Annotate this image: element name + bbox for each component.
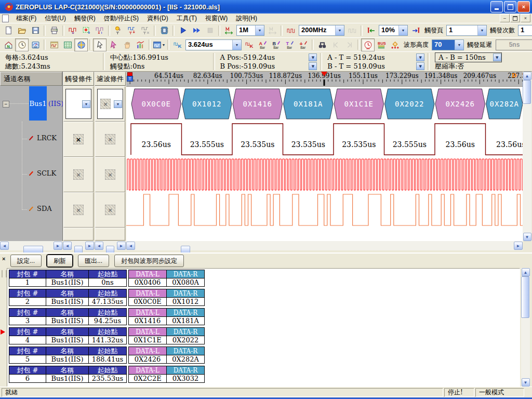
apply-trigger-position-button[interactable] — [409, 24, 422, 37]
packet-group-6[interactable]: 封包 #名稱起始點DATA-LDATA-R6Bus1(IIS)235.53us0… — [9, 366, 520, 383]
memory-depth-combo[interactable]: 1M▼ — [236, 25, 264, 36]
menu-item-1[interactable]: 信號(U) — [41, 14, 70, 22]
packet-group-4[interactable]: 封包 #名稱起始點DATA-LDATA-R4Bus1(IIS)141.32us0… — [9, 327, 520, 344]
statistics-window-button[interactable] — [134, 38, 147, 51]
pulse-time-button[interactable] — [361, 38, 375, 51]
scroll-right-icon[interactable]: ► — [117, 242, 126, 250]
chevron-down-icon[interactable]: ▼ — [416, 54, 424, 61]
dont-care-icon[interactable]: × — [73, 169, 84, 180]
panel-close-button[interactable]: × — [2, 256, 5, 262]
sampling-view-button[interactable] — [79, 24, 93, 37]
horizontal-scrollbar[interactable]: ◄► — [95, 241, 126, 250]
open-file-button[interactable] — [15, 24, 29, 37]
menu-item-4[interactable]: 資料(D) — [143, 14, 172, 22]
scroll-left-icon[interactable]: ◄ — [63, 242, 72, 250]
trigger-cell-1[interactable]: × — [63, 122, 94, 157]
memory-depth-button[interactable] — [222, 24, 235, 37]
node-branch-button[interactable] — [388, 38, 402, 51]
add-bar-button[interactable]: +Bar — [297, 38, 310, 51]
packet-group-1[interactable]: 封包 #名稱起始點DATA-LDATA-R1Bus1(IIS)0ns0X0406… — [9, 270, 520, 287]
zoom-reset-button[interactable]: K — [243, 38, 256, 51]
a-bar-button[interactable]: ABar — [256, 38, 270, 51]
trigger-cell-3[interactable]: × — [63, 192, 94, 228]
horizontal-scrollbar[interactable]: ◄► — [0, 241, 62, 250]
scroll-down-icon[interactable]: ▼ — [522, 378, 530, 387]
mdi-restore-button[interactable] — [510, 14, 520, 22]
trigger-pulse-button[interactable] — [125, 24, 139, 37]
trigger-cell-0[interactable]: ▼ — [63, 86, 94, 122]
time-ruler[interactable]: 64.514us82.634us100.753us118.872us136.99… — [126, 72, 523, 87]
chevron-down-icon[interactable]: ▼ — [255, 25, 264, 35]
scroll-up-icon[interactable]: ▲ — [522, 268, 530, 276]
frequency-display-button[interactable]: Hz — [29, 38, 42, 51]
menu-item-2[interactable]: 觸發(R) — [70, 14, 100, 22]
menu-item-0[interactable]: 檔案(F) — [12, 14, 41, 22]
sampling-setup-button[interactable] — [66, 24, 79, 37]
channel-bus1[interactable]: Bus1 — [29, 86, 47, 121]
vertical-scrollbar[interactable]: ▲▼ — [523, 72, 531, 241]
packet-wave-sync-button[interactable]: 封包與波形同步設定 — [114, 255, 184, 267]
chevron-down-icon[interactable]: ▼ — [416, 62, 424, 70]
filter-cell-2[interactable]: × — [95, 157, 125, 192]
d-bar-marker[interactable]: D — [512, 72, 517, 79]
packet-group-3[interactable]: 封包 #名稱起始點DATA-LDATA-R3Bus1(IIS)94.25us0X… — [9, 308, 520, 325]
dont-care-icon[interactable]: × — [73, 205, 84, 215]
close-button[interactable]: × — [517, 1, 530, 12]
center-marker-icon[interactable] — [321, 72, 327, 76]
restore-button[interactable] — [504, 1, 516, 12]
chevron-down-icon[interactable]: ▼ — [335, 25, 344, 35]
filter-cell-1[interactable]: × — [95, 122, 125, 157]
navigator-window-button[interactable] — [74, 38, 88, 51]
waveform-window-button[interactable] — [47, 38, 61, 51]
trigger-page-combo[interactable]: 1▼ — [446, 25, 487, 36]
b-bar-button[interactable]: BBar — [270, 38, 283, 51]
panel-resize-handle[interactable] — [2, 270, 7, 277]
chevron-down-icon[interactable]: ▼ — [232, 40, 241, 50]
trigger-bus-select[interactable]: ▼ — [65, 89, 91, 119]
scroll-right-icon[interactable]: ► — [85, 242, 94, 250]
run-button[interactable] — [176, 24, 190, 37]
bus-module-button[interactable] — [157, 24, 171, 37]
scroll-left-icon[interactable]: ◄ — [0, 242, 9, 250]
minimize-button[interactable] — [490, 1, 503, 12]
repeated-run-button[interactable] — [190, 24, 203, 37]
zoom-scale-button[interactable]: K — [171, 38, 184, 51]
scrollbar-thumb[interactable] — [523, 80, 531, 104]
zoom-scale-combo[interactable]: 3.624us▼ — [185, 39, 242, 50]
new-file-button[interactable] — [2, 24, 15, 37]
chevron-down-icon[interactable]: ▼ — [455, 40, 463, 50]
channel-sda[interactable]: SDA — [28, 205, 52, 212]
chevron-down-icon[interactable]: ▼ — [82, 100, 90, 108]
t-bar-flag-icon[interactable]: T — [127, 76, 133, 82]
hand-tool-button[interactable] — [120, 38, 134, 51]
chevron-down-icon[interactable]: ▼ — [493, 54, 501, 61]
menu-item-7[interactable]: 說明(H) — [232, 14, 261, 22]
tree-expander[interactable]: − — [3, 101, 9, 108]
scroll-down-icon[interactable]: ▼ — [523, 233, 531, 241]
mdi-close-button[interactable]: × — [521, 14, 530, 22]
channel-lrck[interactable]: LRCK — [28, 134, 57, 142]
trigger-cell-2[interactable]: × — [63, 157, 94, 192]
trigger-reset-button[interactable] — [139, 24, 152, 37]
signal-edit-button[interactable] — [93, 24, 107, 37]
chevron-down-icon[interactable]: ▼ — [309, 62, 317, 70]
dont-care-icon[interactable]: × — [105, 134, 115, 144]
menu-item-5[interactable]: 工具(T) — [172, 14, 201, 22]
menu-item-6[interactable]: 視窗(W) — [201, 14, 232, 22]
title-bar[interactable]: ZEROPLUS LAP-C(321000)(S/N:00000000001) … — [0, 0, 532, 14]
scrollbar-track[interactable] — [521, 276, 530, 378]
home-view-button[interactable]: N — [2, 38, 15, 51]
scroll-left-icon[interactable]: ◄ — [95, 242, 103, 250]
waveform-canvas[interactable]: 64.514us82.634us100.753us118.872us136.99… — [126, 72, 523, 241]
channel-sclk[interactable]: SCLK — [28, 169, 56, 177]
save-file-button[interactable] — [29, 24, 42, 37]
waveform-mode-button[interactable]: ▼ — [152, 38, 166, 51]
dont-care-icon[interactable]: × — [105, 169, 115, 180]
chevron-down-icon[interactable]: ▼ — [398, 25, 407, 35]
packet-vertical-scrollbar[interactable]: ▲▼ — [521, 268, 530, 387]
trigger-position-combo[interactable]: 10%▼ — [379, 25, 408, 36]
horizontal-scrollbar[interactable]: ◄► — [63, 241, 94, 250]
filter-cell-3[interactable]: × — [95, 192, 125, 228]
settings-button[interactable]: 設定... — [10, 255, 42, 267]
sample-rate-button[interactable] — [284, 24, 298, 37]
